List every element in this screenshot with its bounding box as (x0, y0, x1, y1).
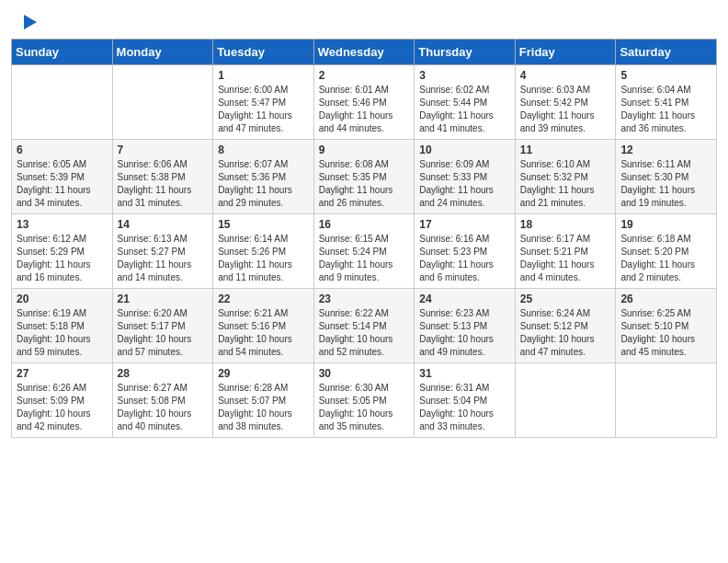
calendar-week-row: 6Sunrise: 6:05 AMSunset: 5:39 PMDaylight… (12, 140, 717, 214)
calendar-week-row: 1Sunrise: 6:00 AMSunset: 5:47 PMDaylight… (12, 65, 717, 140)
cell-info: Sunrise: 6:16 AMSunset: 5:23 PMDaylight:… (419, 234, 494, 282)
day-number: 21 (118, 293, 209, 305)
cell-info: Sunrise: 6:05 AMSunset: 5:39 PMDaylight:… (17, 159, 91, 208)
cell-info: Sunrise: 6:03 AMSunset: 5:42 PMDaylight:… (520, 85, 595, 133)
day-of-week-header: Monday (112, 40, 213, 65)
cell-info: Sunrise: 6:09 AMSunset: 5:33 PMDaylight:… (419, 159, 494, 208)
calendar-cell: 20Sunrise: 6:19 AMSunset: 5:18 PMDayligh… (12, 289, 113, 363)
cell-info: Sunrise: 6:14 AMSunset: 5:26 PMDaylight:… (218, 234, 292, 282)
calendar-cell (112, 65, 213, 140)
calendar-cell: 27Sunrise: 6:26 AMSunset: 5:09 PMDayligh… (12, 363, 113, 438)
calendar-cell: 30Sunrise: 6:30 AMSunset: 5:05 PMDayligh… (313, 363, 415, 438)
day-number: 3 (419, 69, 510, 82)
cell-info: Sunrise: 6:21 AMSunset: 5:16 PMDaylight:… (218, 308, 292, 357)
day-number: 16 (319, 218, 410, 231)
day-number: 31 (419, 367, 510, 380)
calendar-cell: 13Sunrise: 6:12 AMSunset: 5:29 PMDayligh… (12, 214, 113, 289)
calendar-cell: 8Sunrise: 6:07 AMSunset: 5:36 PMDaylight… (213, 140, 314, 214)
calendar-week-row: 27Sunrise: 6:26 AMSunset: 5:09 PMDayligh… (12, 363, 717, 438)
calendar-cell: 4Sunrise: 6:03 AMSunset: 5:42 PMDaylight… (515, 65, 616, 140)
cell-info: Sunrise: 6:19 AMSunset: 5:18 PMDaylight:… (17, 308, 91, 357)
calendar-cell: 11Sunrise: 6:10 AMSunset: 5:32 PMDayligh… (515, 140, 616, 214)
cell-info: Sunrise: 6:17 AMSunset: 5:21 PMDaylight:… (520, 234, 595, 282)
day-number: 28 (118, 367, 209, 380)
calendar-cell: 2Sunrise: 6:01 AMSunset: 5:46 PMDaylight… (313, 65, 415, 140)
calendar-header: SundayMondayTuesdayWednesdayThursdayFrid… (12, 40, 717, 65)
cell-info: Sunrise: 6:23 AMSunset: 5:13 PMDaylight:… (419, 308, 494, 357)
cell-info: Sunrise: 6:26 AMSunset: 5:09 PMDaylight:… (17, 383, 91, 431)
calendar-cell: 14Sunrise: 6:13 AMSunset: 5:27 PMDayligh… (112, 214, 213, 289)
calendar-cell: 31Sunrise: 6:31 AMSunset: 5:04 PMDayligh… (415, 363, 516, 438)
calendar-cell: 15Sunrise: 6:14 AMSunset: 5:26 PMDayligh… (213, 214, 314, 289)
calendar-table: SundayMondayTuesdayWednesdayThursdayFrid… (11, 39, 717, 438)
calendar-cell: 17Sunrise: 6:16 AMSunset: 5:23 PMDayligh… (415, 214, 516, 289)
day-number: 17 (419, 218, 510, 231)
cell-info: Sunrise: 6:02 AMSunset: 5:44 PMDaylight:… (419, 85, 494, 133)
calendar-cell (12, 65, 113, 140)
calendar-cell: 9Sunrise: 6:08 AMSunset: 5:35 PMDaylight… (313, 140, 415, 214)
day-number: 9 (319, 144, 410, 156)
day-number: 29 (218, 367, 309, 380)
day-number: 11 (520, 144, 611, 156)
calendar-cell: 21Sunrise: 6:20 AMSunset: 5:17 PMDayligh… (112, 289, 213, 363)
day-number: 12 (620, 144, 711, 156)
calendar-cell: 26Sunrise: 6:25 AMSunset: 5:10 PMDayligh… (616, 289, 717, 363)
calendar-cell: 22Sunrise: 6:21 AMSunset: 5:16 PMDayligh… (213, 289, 314, 363)
cell-info: Sunrise: 6:31 AMSunset: 5:04 PMDaylight:… (419, 383, 494, 431)
day-number: 26 (620, 293, 711, 305)
day-of-week-header: Saturday (616, 40, 717, 65)
calendar-cell (616, 363, 717, 438)
cell-info: Sunrise: 6:15 AMSunset: 5:24 PMDaylight:… (319, 234, 393, 282)
day-number: 8 (218, 144, 309, 156)
cell-info: Sunrise: 6:22 AMSunset: 5:14 PMDaylight:… (319, 308, 393, 357)
day-number: 23 (319, 293, 410, 305)
day-number: 15 (218, 218, 309, 231)
day-of-week-header: Thursday (415, 40, 516, 65)
calendar-week-row: 20Sunrise: 6:19 AMSunset: 5:18 PMDayligh… (12, 289, 717, 363)
calendar-cell: 18Sunrise: 6:17 AMSunset: 5:21 PMDayligh… (515, 214, 616, 289)
calendar-cell: 12Sunrise: 6:11 AMSunset: 5:30 PMDayligh… (616, 140, 717, 214)
day-number: 27 (17, 367, 108, 380)
cell-info: Sunrise: 6:01 AMSunset: 5:46 PMDaylight:… (319, 85, 393, 133)
day-number: 2 (319, 69, 410, 82)
day-number: 22 (218, 293, 309, 305)
day-number: 30 (319, 367, 410, 380)
calendar-cell: 24Sunrise: 6:23 AMSunset: 5:13 PMDayligh… (415, 289, 516, 363)
cell-info: Sunrise: 6:13 AMSunset: 5:27 PMDaylight:… (118, 234, 192, 282)
cell-info: Sunrise: 6:04 AMSunset: 5:41 PMDaylight:… (620, 85, 695, 133)
day-of-week-header: Sunday (12, 40, 113, 65)
cell-info: Sunrise: 6:08 AMSunset: 5:35 PMDaylight:… (319, 159, 393, 208)
day-number: 4 (520, 69, 611, 82)
cell-info: Sunrise: 6:27 AMSunset: 5:08 PMDaylight:… (118, 383, 192, 431)
calendar-cell: 23Sunrise: 6:22 AMSunset: 5:14 PMDayligh… (313, 289, 415, 363)
logo (22, 17, 37, 29)
day-number: 24 (419, 293, 510, 305)
cell-info: Sunrise: 6:30 AMSunset: 5:05 PMDaylight:… (319, 383, 393, 431)
day-of-week-header: Friday (515, 40, 616, 65)
calendar-cell: 5Sunrise: 6:04 AMSunset: 5:41 PMDaylight… (616, 65, 717, 140)
cell-info: Sunrise: 6:20 AMSunset: 5:17 PMDaylight:… (118, 308, 192, 357)
calendar-cell: 16Sunrise: 6:15 AMSunset: 5:24 PMDayligh… (313, 214, 415, 289)
page-header (0, 0, 728, 39)
day-number: 13 (17, 218, 108, 231)
calendar-wrapper: SundayMondayTuesdayWednesdayThursdayFrid… (0, 39, 728, 449)
cell-info: Sunrise: 6:12 AMSunset: 5:29 PMDaylight:… (17, 234, 91, 282)
days-of-week-row: SundayMondayTuesdayWednesdayThursdayFrid… (12, 40, 717, 65)
day-number: 20 (17, 293, 108, 305)
cell-info: Sunrise: 6:11 AMSunset: 5:30 PMDaylight:… (620, 159, 695, 208)
day-number: 25 (520, 293, 611, 305)
day-number: 1 (218, 69, 309, 82)
cell-info: Sunrise: 6:28 AMSunset: 5:07 PMDaylight:… (218, 383, 292, 431)
day-of-week-header: Tuesday (213, 40, 314, 65)
day-number: 18 (520, 218, 611, 231)
calendar-cell: 7Sunrise: 6:06 AMSunset: 5:38 PMDaylight… (112, 140, 213, 214)
day-number: 6 (17, 144, 108, 156)
calendar-cell: 6Sunrise: 6:05 AMSunset: 5:39 PMDaylight… (12, 140, 113, 214)
calendar-cell: 25Sunrise: 6:24 AMSunset: 5:12 PMDayligh… (515, 289, 616, 363)
calendar-cell: 10Sunrise: 6:09 AMSunset: 5:33 PMDayligh… (415, 140, 516, 214)
cell-info: Sunrise: 6:25 AMSunset: 5:10 PMDaylight:… (620, 308, 695, 357)
day-number: 7 (118, 144, 209, 156)
cell-info: Sunrise: 6:07 AMSunset: 5:36 PMDaylight:… (218, 159, 292, 208)
day-number: 19 (620, 218, 711, 231)
day-number: 5 (620, 69, 711, 82)
